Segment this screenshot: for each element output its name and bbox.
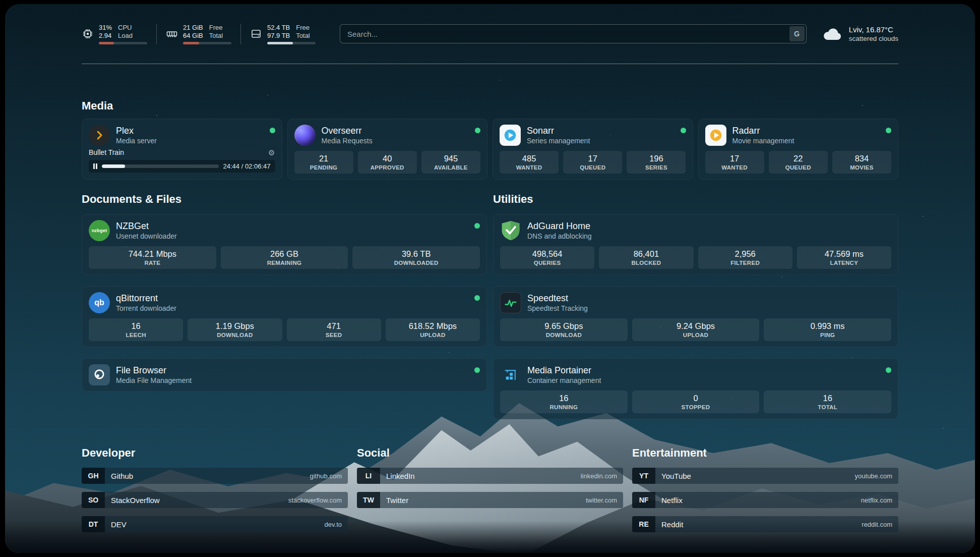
bookmark-name: Reddit: [655, 520, 683, 529]
bookmark-domain: dev.to: [325, 521, 348, 528]
stat-pending: 21 PENDING: [294, 151, 353, 174]
playback-progress[interactable]: [102, 164, 219, 168]
stat-rate: 744.21 Mbps RATE: [89, 246, 216, 269]
plex-card[interactable]: Plex Media server Bullet Train ⚙ 24:44 /…: [82, 119, 282, 180]
bookmark-abbr: YT: [632, 468, 655, 484]
stat-label: REMAINING: [267, 260, 302, 266]
bookmark-twitter[interactable]: TW Twitter twitter.com: [357, 492, 623, 508]
pause-button[interactable]: [93, 163, 97, 169]
status-dot-online: [474, 367, 480, 373]
plex-icon: [89, 125, 110, 146]
overseerr-card[interactable]: Overseerr Media Requests 21 PENDING 40 A…: [287, 119, 488, 180]
stat-value: 0: [693, 394, 698, 403]
bookmark-name: YouTube: [655, 472, 691, 480]
stat-label: QUEUED: [580, 164, 605, 171]
gear-icon[interactable]: ⚙: [268, 149, 275, 156]
radarr-card[interactable]: Radarr Movie management 17 WANTED 22 QUE…: [698, 119, 899, 180]
service-subtitle: Series management: [527, 136, 590, 145]
stat-label: FILTERED: [730, 260, 760, 266]
adguard-card[interactable]: AdGuard Home DNS and adblocking 498,564 …: [493, 214, 898, 275]
service-name: Plex: [116, 125, 157, 136]
status-dot-online: [270, 128, 275, 133]
stat-value: 834: [855, 154, 869, 163]
section-title-media: Media: [82, 99, 898, 113]
bookmark-domain: linkedin.com: [581, 472, 623, 480]
service-subtitle: Torrent downloader: [116, 304, 176, 313]
service-name: Media Portainer: [527, 365, 601, 376]
bookmark-abbr: SO: [82, 492, 105, 508]
qbittorrent-icon: qb: [89, 292, 110, 313]
filebrowser-card[interactable]: File Browser Media File Management: [82, 358, 487, 392]
header-divider: [82, 64, 898, 64]
speedtest-card[interactable]: Speedtest Speedtest Tracking 9.65 Gbps D…: [493, 286, 898, 347]
memory-free: 21 GiB: [183, 24, 203, 32]
weather-widget: Lviv, 16.87°C scattered clouds: [822, 25, 898, 43]
stat-value: 744.21 Mbps: [129, 249, 176, 259]
stat-value: 471: [327, 321, 341, 331]
service-name: NZBGet: [116, 220, 177, 232]
bookmark-abbr: DT: [82, 516, 105, 532]
bookmark-youtube[interactable]: YT YouTube youtube.com: [632, 468, 898, 484]
stat-upload: 618.52 Mbps UPLOAD: [386, 318, 480, 341]
stat-value: 40: [383, 154, 392, 163]
stat-label: DOWNLOAD: [546, 332, 582, 338]
adguard-icon: [500, 220, 521, 241]
qbittorrent-card[interactable]: qb qBittorrent Torrent downloader 16 LEE…: [82, 286, 487, 347]
bookmark-domain: github.com: [310, 472, 348, 480]
nzbget-card[interactable]: nzbget NZBGet Usenet downloader 744.21 M…: [82, 214, 487, 275]
memory-label-top: Free: [209, 24, 223, 32]
stat-downloaded: 39.6 TB DOWNLOADED: [352, 246, 480, 269]
playback-time: 24:44 / 02:06:47: [223, 162, 271, 170]
sonarr-card[interactable]: Sonarr Series management 485 WANTED 17 Q…: [493, 119, 693, 180]
service-name: Speedtest: [527, 293, 588, 304]
stat-label: DOWNLOAD: [217, 332, 253, 338]
disk-usage-bar: [267, 42, 316, 44]
bookmark-github[interactable]: GH Github github.com: [82, 468, 348, 484]
stat-wanted: 17 WANTED: [705, 151, 764, 174]
stat-available: 945 AVAILABLE: [421, 151, 480, 174]
service-subtitle: Media server: [116, 136, 157, 145]
stat-label: RUNNING: [549, 404, 578, 410]
bookmark-reddit[interactable]: RE Reddit reddit.com: [632, 516, 898, 532]
service-name: qBittorrent: [116, 293, 176, 304]
stat-value: 2,956: [734, 249, 755, 259]
bookmark-stackoverflow[interactable]: SO StackOverflow stackoverflow.com: [82, 492, 348, 508]
stat-approved: 40 APPROVED: [358, 151, 417, 174]
media-cards: Plex Media server Bullet Train ⚙ 24:44 /…: [82, 119, 898, 180]
stat-label: AVAILABLE: [434, 164, 468, 171]
status-dot-online: [475, 128, 480, 133]
stat-label: APPROVED: [371, 164, 404, 171]
cloud-icon: [822, 26, 843, 42]
bookmark-abbr: TW: [357, 492, 380, 508]
bookmark-linkedin[interactable]: LI LinkedIn linkedin.com: [357, 468, 623, 484]
bookmark-abbr: NF: [632, 492, 655, 508]
stat-value: 618.52 Mbps: [409, 321, 457, 331]
portainer-card[interactable]: Media Portainer Container management 16 …: [493, 358, 898, 419]
service-name: File Browser: [116, 365, 192, 376]
stat-latency: 47.569 ms LATENCY: [797, 246, 891, 269]
stat-blocked: 86,401 BLOCKED: [599, 246, 693, 269]
stat-value: 1.19 Gbps: [216, 321, 254, 331]
nzbget-icon: nzbget: [89, 220, 110, 241]
stat-label: WANTED: [721, 164, 748, 171]
radarr-icon: [705, 125, 726, 146]
search-input[interactable]: [340, 24, 807, 43]
stat-queued: 22 QUEUED: [769, 151, 828, 174]
disk-label-bottom: Total: [296, 32, 310, 40]
stat-movies: 834 MOVIES: [832, 151, 891, 174]
bookmark-netflix[interactable]: NF Netflix netflix.com: [632, 492, 898, 508]
filebrowser-icon: [89, 364, 110, 385]
bookmark-dev[interactable]: DT DEV dev.to: [82, 516, 348, 532]
service-subtitle: Media Requests: [322, 136, 373, 145]
stat-value: 22: [793, 154, 803, 163]
stat-ping: 0.993 ms PING: [764, 318, 891, 341]
memory-usage-widget: 21 GiB 64 GiB Free Total: [156, 24, 240, 44]
bookmarks-social: Social LI LinkedIn linkedin.com TW Twitt…: [357, 447, 623, 532]
search-provider-button[interactable]: G: [789, 26, 805, 41]
stat-series: 196 SERIES: [627, 151, 686, 174]
stat-value: 39.6 TB: [402, 249, 431, 259]
stat-value: 0.993 ms: [811, 321, 845, 331]
overseerr-icon: [294, 125, 316, 146]
stat-value: 16: [131, 321, 140, 331]
service-name: AdGuard Home: [527, 220, 592, 232]
